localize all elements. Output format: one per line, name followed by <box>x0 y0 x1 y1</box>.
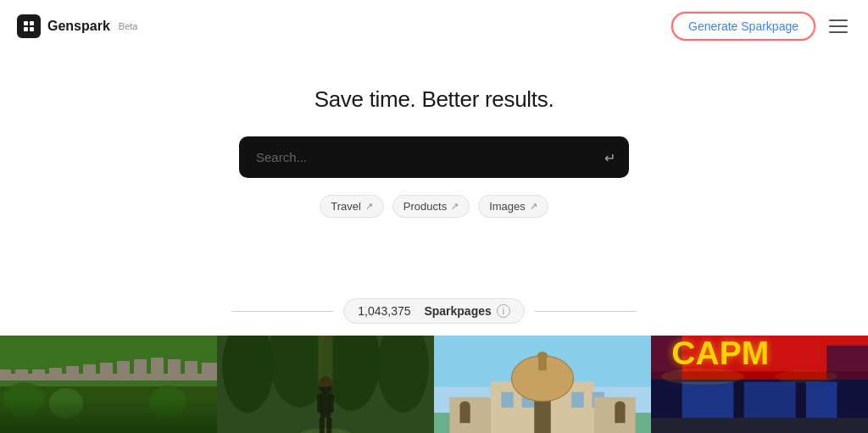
menu-line-3 <box>829 31 848 33</box>
chip-travel-label: Travel <box>331 200 361 213</box>
divider-right <box>535 311 637 312</box>
svg-rect-63 <box>682 381 734 418</box>
svg-rect-16 <box>151 358 164 380</box>
divider-left <box>231 311 333 312</box>
search-container: ↵ <box>239 136 629 178</box>
chip-images-label: Images <box>489 200 526 213</box>
sparkpages-label: Sparkpages <box>424 304 491 318</box>
svg-rect-65 <box>806 381 837 418</box>
svg-point-67 <box>661 369 744 386</box>
logo-icon <box>17 14 41 38</box>
menu-button[interactable] <box>826 16 851 36</box>
dome-building-svg <box>434 336 651 433</box>
svg-rect-66 <box>651 418 868 433</box>
svg-rect-7 <box>0 369 11 380</box>
image-neon-city: CAPM <box>651 336 868 433</box>
tagline: Save time. Better results. <box>314 86 554 113</box>
generate-sparkpage-button[interactable]: Generate Sparkpage <box>671 12 815 41</box>
header-right: Generate Sparkpage <box>671 12 851 41</box>
image-great-wall <box>0 336 217 433</box>
svg-rect-10 <box>49 368 62 380</box>
info-icon[interactable]: i <box>497 304 510 318</box>
beta-badge: Beta <box>119 21 138 31</box>
svg-point-68 <box>775 370 837 383</box>
chips-container: Travel ↗ Products ↗ Images ↗ <box>320 195 548 218</box>
svg-rect-34 <box>320 418 325 433</box>
neon-city-svg: CAPM <box>651 336 868 433</box>
great-wall-svg <box>0 336 217 433</box>
svg-point-20 <box>3 382 45 416</box>
svg-rect-1 <box>30 21 34 25</box>
menu-line-1 <box>829 19 848 21</box>
svg-rect-18 <box>185 361 198 380</box>
main-content: Save time. Better results. ↵ Travel ↗ Pr… <box>0 53 868 218</box>
image-strip: CAPM <box>0 336 868 433</box>
svg-rect-64 <box>744 381 796 418</box>
svg-rect-0 <box>24 21 28 25</box>
svg-rect-15 <box>134 359 147 380</box>
svg-rect-32 <box>317 394 322 413</box>
svg-point-54 <box>459 402 470 410</box>
svg-rect-9 <box>32 369 45 380</box>
chip-products-label: Products <box>403 200 447 213</box>
image-card-3[interactable] <box>434 336 651 433</box>
svg-rect-43 <box>571 392 584 408</box>
svg-rect-13 <box>100 363 113 380</box>
svg-rect-11 <box>66 366 79 380</box>
image-building-dome <box>434 336 651 433</box>
svg-point-21 <box>49 388 83 419</box>
svg-rect-3 <box>30 27 34 31</box>
chip-images-arrow: ↗ <box>530 201 537 212</box>
chip-travel[interactable]: Travel ↗ <box>320 195 384 218</box>
logo-area: Genspark Beta <box>17 14 137 38</box>
image-person-forest <box>217 336 434 433</box>
svg-rect-41 <box>501 392 514 408</box>
svg-rect-8 <box>15 369 28 380</box>
svg-rect-2 <box>24 27 28 31</box>
bottom-section: 1,043,375 Sparkpages i <box>0 286 868 433</box>
svg-rect-14 <box>117 361 130 380</box>
sparkpages-counter: 1,043,375 Sparkpages i <box>0 286 868 336</box>
sparkpages-count: 1,043,375 <box>358 304 410 318</box>
svg-point-50 <box>537 352 548 360</box>
image-card-4[interactable]: CAPM <box>651 336 868 433</box>
svg-rect-33 <box>329 394 334 413</box>
chip-products-arrow: ↗ <box>451 201 459 212</box>
chip-travel-arrow: ↗ <box>365 201 373 212</box>
svg-rect-35 <box>326 418 331 433</box>
chip-images[interactable]: Images ↗ <box>478 195 548 218</box>
image-card-1[interactable] <box>0 336 217 433</box>
chip-products[interactable]: Products ↗ <box>392 195 470 218</box>
svg-rect-36 <box>318 336 332 387</box>
header: Genspark Beta Generate Sparkpage <box>0 0 868 53</box>
search-enter-icon: ↵ <box>604 149 615 165</box>
svg-rect-12 <box>83 364 96 380</box>
image-card-2[interactable] <box>217 336 434 433</box>
svg-text:CAPM: CAPM <box>671 336 769 371</box>
logo-name: Genspark <box>47 19 110 34</box>
genspark-logo-icon <box>22 19 36 33</box>
svg-point-22 <box>149 386 186 418</box>
svg-point-56 <box>615 402 625 410</box>
svg-rect-19 <box>202 363 217 380</box>
svg-rect-17 <box>168 359 181 380</box>
sparkpages-badge: 1,043,375 Sparkpages i <box>343 298 525 324</box>
menu-line-2 <box>829 25 848 27</box>
search-input[interactable] <box>239 136 629 178</box>
forest-person-svg <box>217 336 434 433</box>
